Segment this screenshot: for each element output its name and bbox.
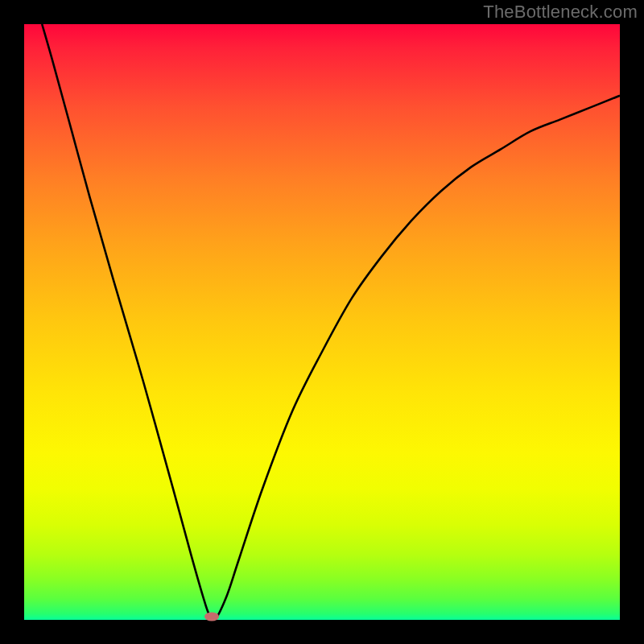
curve-layer [24, 24, 620, 620]
bottleneck-curve [42, 24, 620, 620]
chart-frame: TheBottleneck.com [0, 0, 644, 644]
watermark-text: TheBottleneck.com [483, 2, 638, 23]
optimum-marker [204, 613, 219, 621]
